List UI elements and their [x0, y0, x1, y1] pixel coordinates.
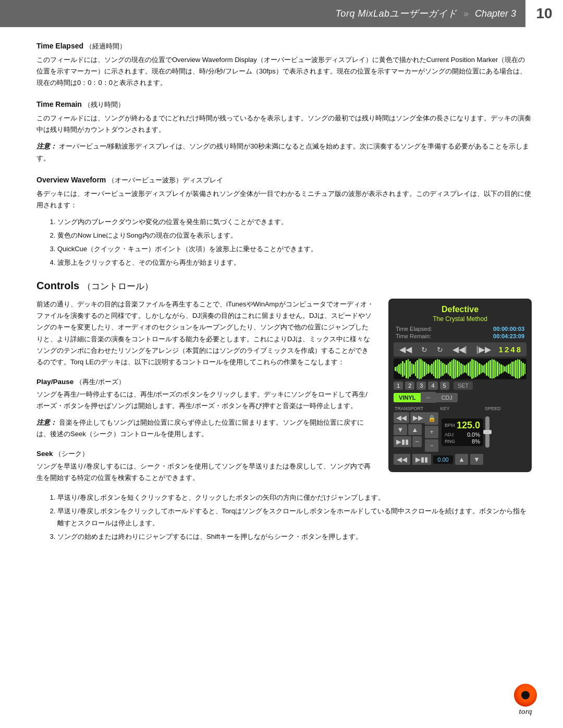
seek-rewind-button[interactable]: ◀◀ — [394, 454, 410, 465]
logo-inner-circle — [521, 691, 530, 699]
device-time-remain-value: 00:04:23:09 — [493, 333, 524, 339]
bpm-label: BPM — [445, 423, 455, 428]
seek-body: ソングを早送り/巻戻しするには、シーク・ボタンを使用してソングを早送りまたは巻戻… — [36, 461, 374, 484]
cue-button-1[interactable]: 1 — [394, 381, 403, 390]
loop-icon[interactable]: ↻ — [420, 346, 429, 354]
list-item: ソングの始めまたは終わりにジャンプするには、Shiftキーを押しながらシーク・ボ… — [57, 531, 532, 542]
play-pause-body: ソングを再生/一時停止するには、再生/ポーズのボタンをクリックします。デッキにソ… — [36, 389, 374, 412]
list-item: 黄色のNow LineによりSong内の現在の位置を表示します。 — [57, 230, 532, 241]
rng-label: RNG — [445, 439, 455, 444]
device-song-title: Defective — [394, 305, 527, 314]
section-time-remain: Time Remain （残り時間） このフィールドには、ソングが終わるまでにど… — [36, 100, 532, 164]
adj-value: 0.0% — [467, 431, 480, 438]
page-number: 10 — [525, 0, 563, 27]
key-minus-button[interactable]: − — [425, 439, 438, 452]
tks-section: TRANSPORT KEY SPEED ◀◀ ▶▶ ▼ ▲ — [394, 406, 527, 465]
key-lock-button[interactable]: 🔒 — [425, 412, 438, 425]
play-pause-button[interactable]: ▶▮▮ — [394, 436, 411, 447]
cue-button-4[interactable]: 4 — [428, 381, 437, 390]
key-col: 🔒 + − — [424, 412, 439, 452]
header-title: Torq MixLabユーザーガイド — [336, 7, 457, 20]
prev-track-icon[interactable]: ◀◀| — [451, 344, 469, 354]
device-time-remain-row: Time Remain: 00:04:23:09 — [394, 333, 527, 339]
cue-button-5[interactable]: 5 — [440, 381, 449, 390]
device-time-elapsed-value: 00:00:00:03 — [493, 326, 524, 332]
vinyl-button[interactable]: VINYL — [394, 393, 421, 402]
transport-label: TRANSPORT — [394, 406, 439, 411]
key-plus-button[interactable]: + — [425, 426, 438, 438]
seek-value: 0.00 — [433, 455, 453, 464]
overview-waveform-list: ソング内のブレークダウンや変化の位置を発生前に気づくことができます。 黄色のNo… — [52, 216, 532, 268]
fast-rewind-button[interactable]: ◀◀ — [394, 412, 409, 423]
time-elapsed-body: このフィールドには、ソングの現在の位置でOverview Waveform Di… — [36, 54, 532, 89]
controls-text: 前述の通り、デッキの目的は音楽ファイルを再生することで、iTunesやWinAm… — [36, 299, 374, 489]
list-item: 早送り/巻戻しボタンを短くクリックすると、クリックしたボタンの矢印の方向に僅かだ… — [57, 492, 532, 503]
page-header: Torq MixLabユーザーガイド » Chapter 3 10 — [0, 0, 563, 27]
step-back-button[interactable]: ▲ — [408, 424, 422, 435]
seek-up-button[interactable]: ▲ — [455, 454, 468, 465]
transport-col: ◀◀ ▶▶ ▼ ▲ ▶▮▮ − — [394, 412, 422, 452]
list-item: 波形上をクリックすると、その位置から再生が始まります。 — [57, 257, 532, 268]
header-separator: » — [463, 8, 469, 19]
waveform-display[interactable] — [394, 359, 527, 379]
device-time-elapsed-row: Time Elapsed: 00:00:00:03 — [394, 326, 527, 332]
speed-slider-container — [485, 414, 489, 450]
device-song-artist: The Crystal Method — [394, 315, 527, 323]
speed-label: SPEED — [485, 406, 527, 411]
logo-text: torq — [519, 708, 532, 715]
transport-btn-row-2: ▼ ▲ — [394, 424, 422, 435]
tks-controls: ◀◀ ▶▶ ▼ ▲ ▶▮▮ − 🔒 — [394, 412, 527, 452]
vinyl-cdj-row: VINYL ← CDJ — [394, 392, 527, 403]
overview-waveform-heading: Overview Waveform （オーバービュー波形）ディスプレイ — [36, 176, 532, 185]
section-time-elapsed: Time Elapsed （経過時間） このフィールドには、ソングの現在の位置で… — [36, 42, 532, 89]
section-overview-waveform: Overview Waveform （オーバービュー波形）ディスプレイ 各デッキ… — [36, 176, 532, 269]
bpm-value: 125.0 — [457, 420, 480, 431]
transport-bar: ◀◀ ↻ ↻ ◀◀| |▶▶ 1248 — [394, 342, 527, 356]
rewind-icon[interactable]: ◀◀ — [398, 344, 413, 354]
next-track-icon[interactable]: |▶▶ — [475, 344, 493, 354]
controls-heading: Controls （コントロール） — [36, 280, 532, 292]
waveform-bars — [394, 359, 527, 379]
cue-button-3[interactable]: 3 — [417, 381, 426, 390]
adj-row: ADJ 0.0% — [445, 431, 480, 438]
device-time-elapsed-label: Time Elapsed: — [396, 326, 432, 332]
rng-value: 8% — [472, 438, 480, 445]
key-label: KEY — [439, 406, 485, 411]
logo-icon — [514, 684, 537, 707]
list-item: 早送り/巻戻しボタンをクリックしてホールドすると、Torqはソングをスクロールし… — [57, 505, 532, 528]
time-remain-note: 注意： オーバービュー/移動波形ディスプレイは、ソングの残り時間が30秒未満にな… — [36, 141, 532, 164]
bpm-box: BPM 125.0 ADJ 0.0% RNG 8% — [442, 418, 483, 446]
cdj-button[interactable]: CDJ — [436, 393, 457, 402]
cue-button-2[interactable]: 2 — [405, 381, 414, 390]
list-item: QuickCue（クイック・キュー）ポイント（次項）を波形上に乗せることができま… — [57, 243, 532, 255]
step-forward-button[interactable]: ▼ — [394, 424, 407, 435]
seek-play-pause-button[interactable]: ▶▮▮ — [412, 454, 431, 465]
cue-buttons-row: 1 2 3 4 5 SET — [394, 381, 527, 390]
list-item: ソング内のブレークダウンや変化の位置を発生前に気づくことができます。 — [57, 216, 532, 228]
device-time-remain-label: Time Remain: — [396, 333, 431, 339]
device-panel: Defective The Crystal Method Time Elapse… — [388, 299, 532, 472]
time-elapsed-heading: Time Elapsed （経過時間） — [36, 42, 532, 51]
controls-body: 前述の通り、デッキの目的は音楽ファイルを再生することで、iTunesやWinAm… — [36, 299, 374, 368]
arrow-left-button[interactable]: ← — [421, 392, 436, 403]
tks-labels: TRANSPORT KEY SPEED — [394, 406, 527, 411]
time-remain-heading: Time Remain （残り時間） — [36, 100, 532, 109]
transport-number: 1248 — [499, 345, 522, 354]
transport-btn-row-3: ▶▮▮ − — [394, 436, 422, 447]
overview-waveform-body: 各デッキには、オーバービュー波形ディスプレイが装備されソング全体が一目でわかるミ… — [36, 188, 532, 211]
minus-button[interactable]: − — [412, 436, 422, 447]
speed-col: BPM 125.0 ADJ 0.0% RNG 8% — [442, 412, 489, 452]
footer-logo: torq — [514, 684, 537, 715]
loop2-icon[interactable]: ↻ — [435, 346, 445, 354]
seek-heading: Seek （シーク） — [36, 449, 374, 459]
cue-set-button[interactable]: SET — [454, 381, 473, 390]
seek-list: 早送り/巻戻しボタンを短くクリックすると、クリックしたボタンの矢印の方向に僅かだ… — [52, 492, 532, 542]
speed-slider-thumb — [483, 430, 492, 434]
main-content: Time Elapsed （経過時間） このフィールドには、ソングの現在の位置で… — [0, 27, 563, 563]
seek-down-button[interactable]: ▼ — [470, 454, 483, 465]
header-chapter: Chapter 3 — [475, 8, 516, 19]
controls-row: 前述の通り、デッキの目的は音楽ファイルを再生することで、iTunesやWinAm… — [36, 299, 532, 489]
time-remain-body: このフィールドには、ソングが終わるまでにどれだけ時間が残っているかを表示します。… — [36, 113, 532, 135]
speed-slider[interactable] — [485, 416, 489, 448]
transport-btn-row-1: ◀◀ ▶▶ — [394, 412, 422, 423]
